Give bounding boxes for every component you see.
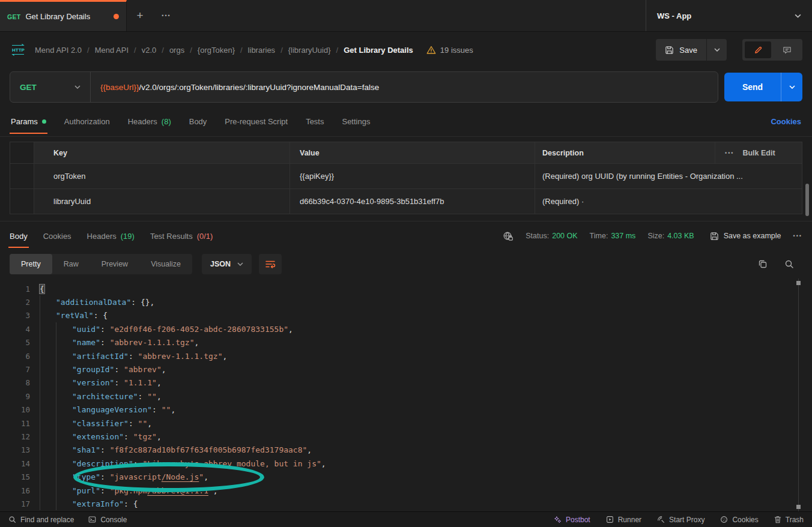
line-number: 8 [0,378,30,387]
line-number: 15 [0,472,30,481]
svg-text:HTTP: HTTP [12,47,25,53]
cookies-link[interactable]: Cookies [771,107,801,136]
cookies-button[interactable]: Cookies [720,516,758,524]
copy-response-button[interactable] [758,259,768,269]
response-tabs: BodyCookiesHeaders(19)Test Results(0/1) [10,221,213,250]
breadcrumb-item[interactable]: {orgToken} [198,46,235,55]
breadcrumb-item[interactable]: Get Library Details [344,46,413,55]
response-tab-body[interactable]: Body [10,221,28,250]
url-path: /v2.0/orgs/:orgToken/libraries/:libraryU… [139,83,380,92]
breadcrumb-item[interactable]: Mend API 2.0 [35,46,82,55]
save-options-button[interactable] [706,39,727,61]
param-description-cell[interactable]: (Required) · [535,189,802,214]
tab-tests[interactable]: Tests [306,107,324,136]
param-value-cell[interactable]: d66b39c4-0370-4e10-9895-3b51b31eff7b [290,189,535,214]
line-number: 17 [0,499,30,508]
view-tab-pretty[interactable]: Pretty [10,254,52,274]
send-button[interactable]: Send [724,73,781,101]
params-more-icon[interactable]: ••• [725,150,734,156]
request-tabs-row: ParamsAuthorizationHeaders(8)BodyPre-req… [0,107,812,137]
response-more-icon[interactable]: ••• [793,233,802,239]
runner-button[interactable]: Runner [606,516,641,524]
row-handle-column [10,142,34,163]
tab-label: Test Results [150,232,193,241]
warning-icon [426,46,436,55]
response-tab-headers[interactable]: Headers(19) [87,221,135,250]
view-tab-raw[interactable]: Raw [52,254,90,274]
breadcrumb-item[interactable]: Mend API [95,46,129,55]
response-body-editor[interactable]: 1{2"additionalData": {},3"retVal": {4"uu… [0,279,812,511]
tab-authorization[interactable]: Authorization [64,107,110,136]
response-tab-cookies[interactable]: Cookies [43,221,71,250]
size-label: Size: [647,232,664,240]
proxy-icon [657,516,665,523]
find-and-replace-button[interactable]: Find and replace [8,516,74,524]
breadcrumb-item[interactable]: v2.0 [142,46,157,55]
save-as-example-button[interactable]: Save as example [710,232,781,241]
breadcrumb-item[interactable]: libraries [248,46,276,55]
line-number: 3 [0,311,30,320]
breadcrumb-separator: / [336,46,339,55]
tab-pre-request-script[interactable]: Pre-request Script [225,107,288,136]
new-tab-button[interactable]: + [127,0,153,31]
tab-body[interactable]: Body [189,107,207,136]
tab-headers[interactable]: Headers(8) [128,107,171,136]
param-key-cell[interactable]: orgToken [34,164,290,188]
search-response-button[interactable] [784,259,794,269]
status-indicator[interactable]: Status: 200 OK [526,232,577,240]
row-handle[interactable] [10,189,34,214]
http-request-icon: HTTP [10,44,26,56]
tab-label: Params [11,117,38,126]
status-value: 200 OK [552,232,577,240]
trash-button[interactable]: Trash [774,516,804,524]
postbot-button[interactable]: Postbot [554,516,590,524]
line-number: 2 [0,298,30,307]
view-tab-visualize[interactable]: Visualize [139,254,192,274]
tab-options-icon[interactable]: ••• [162,13,171,19]
time-indicator[interactable]: Time: 337 ms [590,232,636,240]
format-dropdown[interactable]: JSON [202,254,252,274]
size-indicator[interactable]: Size: 4.03 KB [647,232,694,240]
edit-button[interactable] [745,41,771,58]
response-tab-test-results[interactable]: Test Results(0/1) [150,221,213,250]
status-bar: Find and replace Console [0,511,812,527]
wrap-lines-button[interactable] [259,254,282,274]
param-value-cell[interactable]: {{apiKey}} [290,164,535,188]
workspace-selector[interactable]: WS - App [646,0,812,31]
method-value: GET [20,83,37,92]
console-button[interactable]: Console [88,516,127,524]
bulk-edit-button[interactable]: Bulk Edit [742,149,775,157]
unsaved-dot-icon [114,14,119,19]
breadcrumb-item[interactable]: {libraryUuid} [288,46,331,55]
row-handle[interactable] [10,164,34,188]
ruler-mark [796,281,801,285]
editor-overview-ruler[interactable] [798,279,799,511]
line-number: 7 [0,365,30,374]
line-number: 10 [0,405,30,414]
line-number: 4 [0,325,30,334]
console-label: Console [100,516,127,524]
runner-label: Runner [618,516,641,524]
view-tab-preview[interactable]: Preview [90,254,139,274]
code-line: 4"uuid": "e2df0f46-f206-4052-abdc-286078… [0,322,812,336]
line-number: 5 [0,338,30,347]
url-input[interactable]: {{baseUrl}}/v2.0/orgs/:orgToken/librarie… [91,83,389,92]
param-key-cell[interactable]: libraryUuid [34,189,290,214]
tab-settings[interactable]: Settings [342,107,370,136]
key-column-header: Key [34,142,290,163]
request-tab[interactable]: GET Get Library Details [0,0,127,31]
chevron-down-icon [74,85,80,89]
send-options-button[interactable] [781,73,802,101]
vertical-scrollbar[interactable] [805,184,809,216]
workspace-name: WS - App [657,11,795,20]
save-button[interactable]: Save [656,39,706,61]
postman-window: GET Get Library Details + ••• WS - App H… [0,0,812,527]
breadcrumb-item[interactable]: orgs [169,46,184,55]
start-proxy-button[interactable]: Start Proxy [657,516,704,524]
tab-params[interactable]: Params [11,107,46,136]
param-description-cell[interactable]: (Required) org UUID (by running Entities… [535,164,802,188]
network-info-icon[interactable] [503,231,514,241]
method-dropdown[interactable]: GET [10,72,91,102]
issues-indicator[interactable]: 19 issues [426,46,473,55]
comments-button[interactable] [774,41,800,58]
